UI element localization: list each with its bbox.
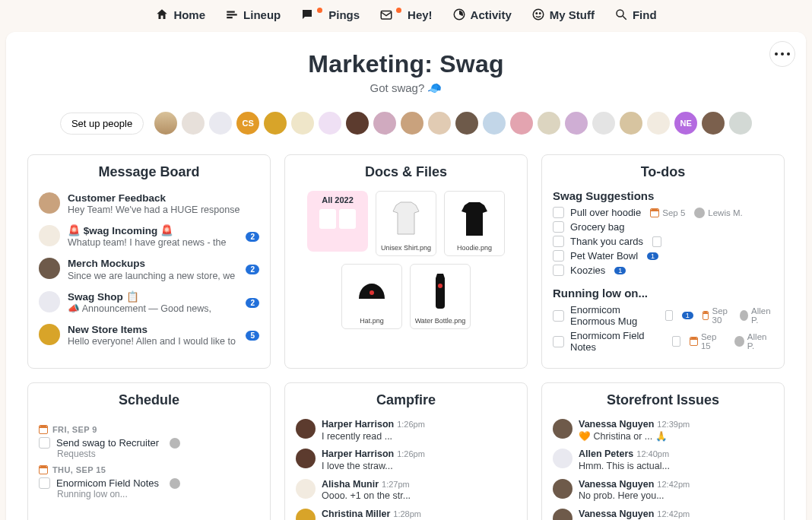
file-thumbnail [379, 195, 433, 242]
checkbox[interactable] [39, 437, 50, 449]
avatar[interactable] [209, 112, 232, 135]
file-tile[interactable]: Hoodie.png [444, 191, 505, 256]
card-campfire[interactable]: Campfire Harper Harrison1:26pmI recently… [284, 382, 528, 520]
project-subtitle: Got swag? 🧢 [27, 81, 785, 95]
todo-label: Thank you cards [570, 236, 643, 247]
avatar[interactable] [455, 112, 478, 135]
project-title: Marketing: Swag [27, 50, 785, 78]
checkbox[interactable] [553, 207, 564, 218]
avatar[interactable] [729, 112, 752, 135]
avatar[interactable] [538, 112, 560, 135]
avatar[interactable]: CS [236, 112, 259, 135]
avatar[interactable] [154, 112, 177, 135]
setup-people-button[interactable]: Set up people [60, 113, 144, 135]
todo-item[interactable]: Enormicom Field Notes Sep 15 Allen P. [542, 328, 784, 354]
avatar[interactable] [592, 112, 615, 135]
chat-message[interactable]: Harper Harrison1:26pmI recently read ... [285, 416, 527, 445]
project-sheet: Marketing: Swag Got swag? 🧢 Set up peopl… [6, 32, 806, 520]
avatar[interactable] [346, 112, 369, 135]
avatar[interactable] [319, 112, 341, 135]
avatar[interactable] [182, 112, 205, 135]
todo-item[interactable]: Thank you cards [542, 234, 784, 249]
more-menu-button[interactable] [769, 41, 795, 67]
schedule-item-sub: Running low on... [57, 489, 259, 499]
avatar[interactable] [428, 112, 451, 135]
message-item[interactable]: Merch MockupsSince we are launching a ne… [39, 253, 259, 286]
avatar[interactable] [647, 112, 670, 135]
avatar[interactable] [483, 112, 506, 135]
card-todos[interactable]: To-dos Swag SuggestionsPull over hoodie … [541, 154, 785, 369]
chat-message[interactable]: Vanessa Nguyen12:39pm🧡 Christina or ... … [542, 416, 784, 445]
todo-item[interactable]: Pull over hoodie Sep 5 Lewis M. [542, 205, 784, 220]
checkbox[interactable] [553, 221, 564, 233]
chat-snippet: I recently read ... [322, 431, 425, 443]
card-storefront-issues[interactable]: Storefront Issues Vanessa Nguyen12:39pm🧡… [541, 382, 785, 520]
message-title: Swag Shop 📋 [68, 291, 238, 303]
avatar [39, 225, 60, 246]
avatar[interactable] [565, 112, 588, 135]
todo-item[interactable]: Pet Water Bowl1 [542, 249, 784, 263]
nav-mystuff[interactable]: My Stuff [531, 8, 595, 21]
nav-home[interactable]: Home [155, 8, 205, 21]
file-tile[interactable]: Water Bottle.png [410, 264, 471, 329]
nav-lineup[interactable]: Lineup [225, 8, 281, 21]
todo-item[interactable]: Enormicom Enormous Mug1 Sep 30 Allen P. [542, 303, 784, 328]
card-schedule[interactable]: Schedule FRI, SEP 9Send swag to Recruite… [27, 382, 271, 520]
activity-icon [452, 8, 466, 21]
todo-list-title[interactable]: Swag Suggestions [542, 188, 784, 205]
avatar[interactable] [702, 112, 725, 135]
schedule-date: THU, SEP 15 [39, 465, 259, 474]
nav-find[interactable]: Find [614, 8, 657, 21]
message-item[interactable]: Swag Shop 📋📣 Announcement — Good news,2 [39, 287, 259, 319]
avatar[interactable] [264, 112, 287, 135]
checkbox[interactable] [553, 310, 564, 322]
message-snippet: 📣 Announcement — Good news, [68, 303, 238, 315]
schedule-item[interactable]: Enormicom Field Notes [39, 477, 259, 489]
file-tile[interactable]: Unisex Shirt.png [376, 191, 436, 256]
chat-message[interactable]: Christina Miller1:28pmBoth neat ideas...… [285, 506, 527, 520]
chat-message[interactable]: Alisha Munir1:27pmOooo. +1 on the str... [285, 476, 527, 506]
chat-snippet: I love the straw... [322, 461, 425, 473]
file-tile[interactable]: Hat.png [341, 264, 402, 329]
nav-activity[interactable]: Activity [452, 8, 512, 21]
avatar[interactable] [401, 112, 423, 135]
chat-message[interactable]: Harper Harrison1:26pmI love the straw... [285, 445, 527, 475]
folder[interactable]: All 2022 [307, 191, 368, 252]
home-icon [155, 8, 169, 21]
chat-author: Harper Harrison [322, 449, 394, 459]
message-item[interactable]: New Store ItemsHello everyone! Allen and… [39, 319, 259, 352]
file-name: Unisex Shirt.png [381, 245, 431, 252]
todo-label: Pull over hoodie [570, 207, 641, 218]
card-title: To-dos [542, 164, 784, 180]
avatar[interactable] [510, 112, 533, 135]
nav-pings-label: Pings [328, 8, 360, 21]
chat-message[interactable]: Vanessa Nguyen12:42pmNo prob. Here you..… [542, 476, 784, 506]
message-snippet: Since we are launching a new store, we [68, 271, 238, 282]
checkbox[interactable] [553, 236, 564, 247]
message-item[interactable]: 🚨 $wag Incoming 🚨Whatup team! I have gre… [39, 220, 259, 253]
checkbox[interactable] [553, 336, 564, 347]
card-docs-files[interactable]: Docs & Files All 2022Unisex Shirt.pngHoo… [284, 154, 528, 369]
avatar [39, 291, 60, 312]
nav-pings[interactable]: Pings [300, 8, 360, 21]
message-item[interactable]: Customer FeedbackHey Team! We've had a H… [39, 188, 259, 220]
todo-item[interactable]: Koozies1 [542, 263, 784, 277]
message-snippet: Hey Team! We've had a HUGE response [68, 205, 259, 216]
todo-list-title[interactable]: Running low on... [542, 285, 784, 303]
folder-label: All 2022 [322, 195, 354, 205]
avatar[interactable] [620, 112, 642, 135]
avatar[interactable]: NE [674, 112, 697, 135]
checkbox[interactable] [39, 477, 50, 489]
find-icon [614, 8, 628, 21]
checkbox[interactable] [553, 250, 564, 262]
chat-message[interactable]: Vanessa Nguyen12:42pm [542, 506, 784, 520]
card-message-board[interactable]: Message Board Customer FeedbackHey Team!… [27, 154, 271, 369]
chat-message[interactable]: Allen Peters12:40pmHmm. This is actual..… [542, 445, 784, 475]
card-title: Schedule [28, 392, 270, 408]
nav-hey[interactable]: Hey! [379, 8, 433, 21]
schedule-item[interactable]: Send swag to Recruiter [39, 437, 259, 449]
avatar[interactable] [373, 112, 396, 135]
todo-item[interactable]: Grocery bag [542, 220, 784, 234]
avatar[interactable] [291, 112, 314, 135]
checkbox[interactable] [553, 265, 564, 276]
